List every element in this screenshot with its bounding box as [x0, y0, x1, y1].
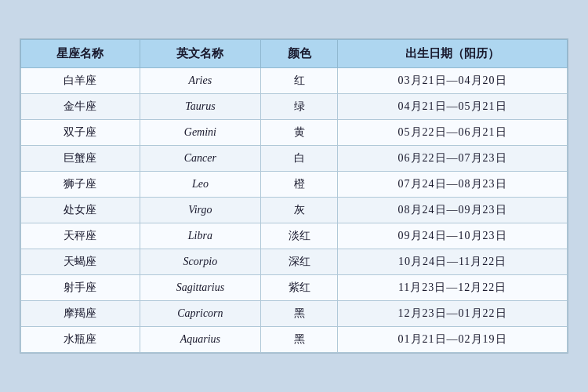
cell-chinese-name: 巨蟹座: [21, 146, 140, 172]
cell-english-name: Libra: [140, 223, 260, 249]
cell-dates: 04月21日—05月21日: [338, 94, 568, 120]
cell-dates: 01月21日—02月19日: [338, 327, 568, 353]
cell-dates: 11月23日—12月22日: [338, 275, 568, 301]
cell-chinese-name: 水瓶座: [21, 327, 140, 353]
header-chinese-name: 星座名称: [21, 40, 140, 68]
header-birthdate: 出生日期（阳历）: [338, 40, 568, 68]
table-row: 天蝎座Scorpio深红10月24日—11月22日: [21, 249, 568, 275]
cell-color: 灰: [261, 198, 338, 223]
header-english-name: 英文名称: [140, 40, 260, 68]
cell-color: 黑: [261, 301, 338, 327]
table-row: 处女座Virgo灰08月24日—09月23日: [21, 198, 568, 223]
cell-color: 橙: [261, 172, 338, 198]
cell-dates: 07月24日—08月23日: [338, 172, 568, 198]
cell-english-name: Leo: [140, 172, 260, 198]
cell-dates: 09月24日—10月23日: [338, 223, 568, 249]
cell-english-name: Gemini: [140, 120, 260, 146]
cell-chinese-name: 摩羯座: [21, 301, 140, 327]
cell-dates: 06月22日—07月23日: [338, 146, 568, 172]
table-row: 白羊座Aries红03月21日—04月20日: [21, 68, 568, 94]
table-row: 巨蟹座Cancer白06月22日—07月23日: [21, 146, 568, 172]
cell-chinese-name: 狮子座: [21, 172, 140, 198]
zodiac-table-container: 星座名称 英文名称 颜色 出生日期（阳历） 白羊座Aries红03月21日—04…: [20, 38, 568, 354]
cell-english-name: Taurus: [140, 94, 260, 120]
cell-color: 紫红: [261, 275, 338, 301]
cell-english-name: Cancer: [140, 146, 260, 172]
table-row: 双子座Gemini黄05月22日—06月21日: [21, 120, 568, 146]
table-row: 金牛座Taurus绿04月21日—05月21日: [21, 94, 568, 120]
cell-english-name: Capricorn: [140, 301, 260, 327]
table-row: 射手座Sagittarius紫红11月23日—12月22日: [21, 275, 568, 301]
cell-color: 红: [261, 68, 338, 94]
cell-dates: 08月24日—09月23日: [338, 198, 568, 223]
header-color: 颜色: [261, 40, 338, 68]
cell-chinese-name: 双子座: [21, 120, 140, 146]
cell-color: 绿: [261, 94, 338, 120]
cell-color: 淡红: [261, 223, 338, 249]
cell-chinese-name: 白羊座: [21, 68, 140, 94]
cell-color: 白: [261, 146, 338, 172]
zodiac-table: 星座名称 英文名称 颜色 出生日期（阳历） 白羊座Aries红03月21日—04…: [20, 39, 568, 353]
table-row: 狮子座Leo橙07月24日—08月23日: [21, 172, 568, 198]
cell-english-name: Sagittarius: [140, 275, 260, 301]
table-row: 摩羯座Capricorn黑12月23日—01月22日: [21, 301, 568, 327]
cell-chinese-name: 处女座: [21, 198, 140, 223]
cell-chinese-name: 天秤座: [21, 223, 140, 249]
cell-english-name: Scorpio: [140, 249, 260, 275]
cell-dates: 03月21日—04月20日: [338, 68, 568, 94]
table-row: 天秤座Libra淡红09月24日—10月23日: [21, 223, 568, 249]
table-row: 水瓶座Aquarius黑01月21日—02月19日: [21, 327, 568, 353]
cell-english-name: Aries: [140, 68, 260, 94]
cell-color: 黄: [261, 120, 338, 146]
cell-chinese-name: 射手座: [21, 275, 140, 301]
cell-english-name: Aquarius: [140, 327, 260, 353]
cell-color: 深红: [261, 249, 338, 275]
cell-color: 黑: [261, 327, 338, 353]
cell-dates: 05月22日—06月21日: [338, 120, 568, 146]
table-header-row: 星座名称 英文名称 颜色 出生日期（阳历）: [21, 40, 568, 68]
cell-english-name: Virgo: [140, 198, 260, 223]
cell-dates: 10月24日—11月22日: [338, 249, 568, 275]
cell-chinese-name: 天蝎座: [21, 249, 140, 275]
table-body: 白羊座Aries红03月21日—04月20日金牛座Taurus绿04月21日—0…: [21, 68, 568, 353]
cell-chinese-name: 金牛座: [21, 94, 140, 120]
cell-dates: 12月23日—01月22日: [338, 301, 568, 327]
